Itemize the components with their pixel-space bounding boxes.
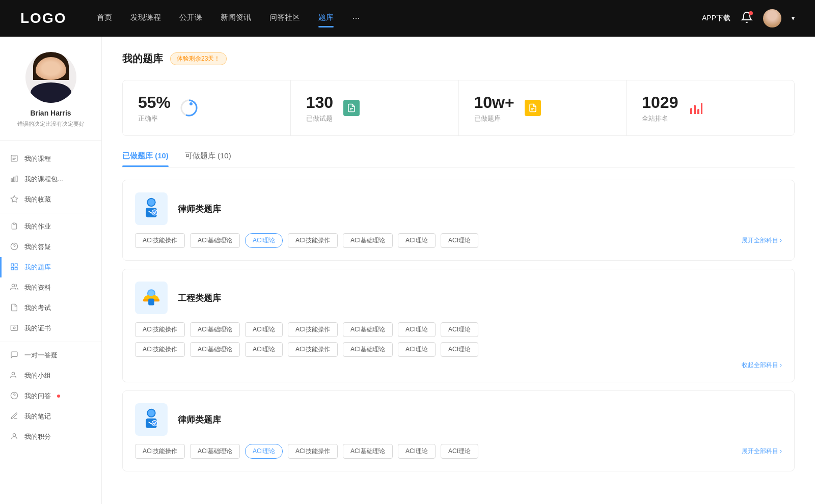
nav-discover[interactable]: 发现课程 [130, 13, 161, 24]
tag[interactable]: ACI理论 [398, 444, 436, 459]
notification-bell[interactable] [741, 11, 753, 25]
ranking-icon [686, 98, 707, 118]
engineer-icon [140, 287, 162, 309]
stat-done-banks: 10w+ 已做题库 [459, 80, 627, 135]
tags-row-2: ACI技能操作 ACI基础理论 ACI理论 ACI技能操作 ACI基础理论 AC… [135, 342, 782, 357]
stats-row: 55% 正确率 130 已做试题 [122, 80, 795, 136]
sidebar-item-points[interactable]: 我的积分 [0, 427, 101, 447]
tag[interactable]: ACI基础理论 [190, 444, 240, 459]
tag[interactable]: ACI理论 [398, 233, 436, 248]
question-circle-icon [10, 242, 19, 251]
sidebar-item-favorites[interactable]: 我的收藏 [0, 189, 101, 210]
sidebar-label: 我的收藏 [24, 195, 51, 204]
tab-done-banks[interactable]: 已做题库 (10) [122, 151, 169, 167]
tag[interactable]: ACI理论 [245, 322, 283, 337]
tag[interactable]: ACI基础理论 [190, 342, 240, 357]
tag[interactable]: ACI理论 [398, 342, 436, 357]
tags-row: ACI技能操作 ACI基础理论 ACI理论 ACI技能操作 ACI基础理论 AC… [135, 233, 782, 248]
sidebar-item-notes[interactable]: 我的笔记 [0, 406, 101, 427]
collapse-link[interactable]: 收起全部科目 › [742, 361, 782, 370]
tag[interactable]: ACI基础理论 [190, 322, 240, 337]
sidebar-item-my-qa[interactable]: 我的问答 [0, 386, 101, 406]
nav-news[interactable]: 新闻资讯 [221, 13, 251, 24]
sidebar-item-certificate[interactable]: 我的证书 [0, 318, 101, 339]
stat-value: 1029 [642, 93, 678, 112]
svg-rect-14 [15, 268, 17, 270]
sidebar-label: 我的考试 [24, 303, 51, 313]
lawyer-icon-2 [141, 407, 161, 432]
tag[interactable]: ACI基础理论 [190, 233, 240, 248]
tag[interactable]: ACI理论 [441, 322, 478, 337]
sidebar-label: 我的小组 [24, 371, 51, 380]
stat-label: 正确率 [138, 114, 171, 123]
svg-marker-7 [11, 196, 17, 203]
tag[interactable]: ACI理论 [441, 444, 478, 459]
tag[interactable]: ACI理论 [245, 342, 283, 357]
svg-point-21 [11, 393, 17, 399]
sidebar-item-course-package[interactable]: 我的课程包... [0, 169, 101, 189]
divider [0, 342, 101, 342]
nav-more[interactable]: ··· [352, 13, 360, 24]
sidebar-item-profile[interactable]: 我的资料 [0, 277, 101, 298]
stat-label: 全站排名 [642, 114, 678, 123]
expand-link[interactable]: 展开全部科目 › [742, 447, 782, 456]
pencil-icon [10, 412, 19, 421]
tag[interactable]: ACI技能操作 [288, 444, 338, 459]
stat-value: 55% [138, 93, 171, 112]
tag[interactable]: ACI基础理论 [343, 444, 393, 459]
help-icon [10, 391, 19, 401]
tag[interactable]: ACI理论 [441, 233, 478, 248]
tag[interactable]: ACI基础理论 [343, 322, 393, 337]
nav-question-bank[interactable]: 题库 [318, 13, 334, 24]
sidebar-item-group[interactable]: 我的小组 [0, 366, 101, 386]
tag-active[interactable]: ACI理论 [245, 233, 283, 248]
bar-chart-icon [10, 175, 19, 184]
bank-card-engineer: 工程类题库 ACI技能操作 ACI基础理论 ACI理论 ACI技能操作 ACI基… [122, 269, 795, 382]
tag[interactable]: ACI理论 [398, 322, 436, 337]
sidebar-item-homework[interactable]: 我的作业 [0, 216, 101, 237]
svg-rect-4 [11, 179, 13, 182]
tag[interactable]: ACI基础理论 [343, 342, 393, 357]
tag[interactable]: ACI技能操作 [135, 322, 185, 337]
svg-rect-8 [13, 223, 15, 225]
svg-rect-6 [16, 176, 17, 182]
sidebar-item-my-course[interactable]: 我的课程 [0, 149, 101, 169]
tag[interactable]: ACI基础理论 [343, 233, 393, 248]
sidebar-label: 我的笔记 [24, 412, 51, 421]
svg-rect-11 [11, 264, 14, 266]
stat-done-questions: 130 已做试题 [291, 80, 459, 135]
sidebar-item-exam[interactable]: 我的考试 [0, 298, 101, 318]
document-icon [10, 154, 19, 163]
tab-available-banks[interactable]: 可做题库 (10) [185, 151, 231, 167]
sidebar-label: 我的题库 [24, 263, 51, 272]
bank-card-header: 工程类题库 [135, 282, 782, 314]
svg-point-9 [11, 243, 17, 250]
tag-active[interactable]: ACI理论 [245, 444, 283, 459]
tag[interactable]: ACI理论 [441, 342, 478, 357]
tag[interactable]: ACI技能操作 [135, 233, 185, 248]
tag[interactable]: ACI技能操作 [288, 322, 338, 337]
sidebar-item-one-on-one[interactable]: 一对一答疑 [0, 345, 101, 366]
bank-card-header: 律师类题库 [135, 192, 782, 225]
tag[interactable]: ACI技能操作 [288, 342, 338, 357]
bank-card-lawyer-1: 律师类题库 ACI技能操作 ACI基础理论 ACI理论 ACI技能操作 ACI基… [122, 180, 795, 261]
tags-row: ACI技能操作 ACI基础理论 ACI理论 ACI技能操作 ACI基础理论 AC… [135, 444, 782, 459]
stat-ranking: 1029 全站排名 [627, 80, 794, 135]
user-menu-chevron[interactable]: ▾ [792, 15, 795, 22]
sidebar-item-qa[interactable]: 我的答疑 [0, 237, 101, 257]
sidebar-label: 我的资料 [24, 283, 51, 292]
users-icon [10, 371, 19, 380]
user-avatar[interactable] [763, 9, 781, 27]
app-download-button[interactable]: APP下载 [702, 14, 730, 23]
tag[interactable]: ACI技能操作 [135, 342, 185, 357]
sidebar-label: 我的作业 [24, 222, 51, 231]
done-questions-icon [341, 98, 362, 118]
nav-qa[interactable]: 问答社区 [269, 13, 300, 24]
nav-home[interactable]: 首页 [97, 13, 112, 24]
tag[interactable]: ACI技能操作 [135, 444, 185, 459]
nav-open-course[interactable]: 公开课 [179, 13, 202, 24]
tag[interactable]: ACI技能操作 [288, 233, 338, 248]
expand-link[interactable]: 展开全部科目 › [742, 236, 782, 245]
sidebar-item-question-bank[interactable]: 我的题库 [0, 257, 101, 277]
person-icon [10, 432, 19, 441]
